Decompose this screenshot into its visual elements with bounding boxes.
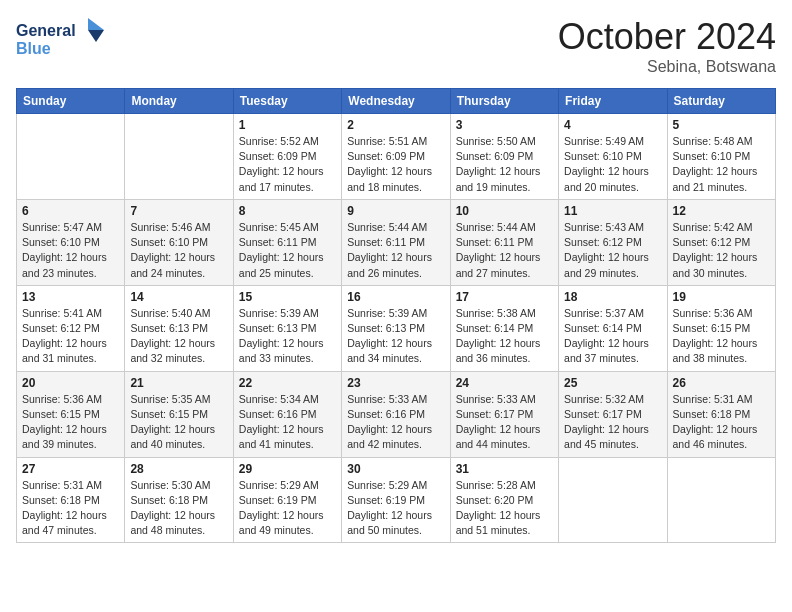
calendar-cell: 22Sunrise: 5:34 AM Sunset: 6:16 PM Dayli… [233,371,341,457]
location: Sebina, Botswana [558,58,776,76]
calendar-cell: 27Sunrise: 5:31 AM Sunset: 6:18 PM Dayli… [17,457,125,543]
day-number: 9 [347,204,444,218]
day-info: Sunrise: 5:28 AM Sunset: 6:20 PM Dayligh… [456,478,553,539]
calendar-cell: 25Sunrise: 5:32 AM Sunset: 6:17 PM Dayli… [559,371,667,457]
calendar-cell: 8Sunrise: 5:45 AM Sunset: 6:11 PM Daylig… [233,199,341,285]
weekday-header-saturday: Saturday [667,89,775,114]
day-info: Sunrise: 5:41 AM Sunset: 6:12 PM Dayligh… [22,306,119,367]
weekday-header-sunday: Sunday [17,89,125,114]
calendar-cell: 5Sunrise: 5:48 AM Sunset: 6:10 PM Daylig… [667,114,775,200]
day-number: 19 [673,290,770,304]
calendar-week-row: 6Sunrise: 5:47 AM Sunset: 6:10 PM Daylig… [17,199,776,285]
day-info: Sunrise: 5:52 AM Sunset: 6:09 PM Dayligh… [239,134,336,195]
day-number: 3 [456,118,553,132]
day-number: 28 [130,462,227,476]
calendar-cell: 20Sunrise: 5:36 AM Sunset: 6:15 PM Dayli… [17,371,125,457]
calendar-cell: 17Sunrise: 5:38 AM Sunset: 6:14 PM Dayli… [450,285,558,371]
calendar-cell: 26Sunrise: 5:31 AM Sunset: 6:18 PM Dayli… [667,371,775,457]
day-info: Sunrise: 5:37 AM Sunset: 6:14 PM Dayligh… [564,306,661,367]
calendar-cell: 23Sunrise: 5:33 AM Sunset: 6:16 PM Dayli… [342,371,450,457]
title-block: October 2024 Sebina, Botswana [558,16,776,76]
calendar-cell: 18Sunrise: 5:37 AM Sunset: 6:14 PM Dayli… [559,285,667,371]
calendar-cell: 10Sunrise: 5:44 AM Sunset: 6:11 PM Dayli… [450,199,558,285]
calendar-cell: 12Sunrise: 5:42 AM Sunset: 6:12 PM Dayli… [667,199,775,285]
day-info: Sunrise: 5:30 AM Sunset: 6:18 PM Dayligh… [130,478,227,539]
day-info: Sunrise: 5:46 AM Sunset: 6:10 PM Dayligh… [130,220,227,281]
day-info: Sunrise: 5:51 AM Sunset: 6:09 PM Dayligh… [347,134,444,195]
day-number: 1 [239,118,336,132]
svg-text:General: General [16,22,76,39]
calendar-cell: 24Sunrise: 5:33 AM Sunset: 6:17 PM Dayli… [450,371,558,457]
calendar-cell [559,457,667,543]
day-number: 6 [22,204,119,218]
svg-text:Blue: Blue [16,40,51,57]
calendar-cell: 9Sunrise: 5:44 AM Sunset: 6:11 PM Daylig… [342,199,450,285]
day-info: Sunrise: 5:50 AM Sunset: 6:09 PM Dayligh… [456,134,553,195]
calendar-cell: 28Sunrise: 5:30 AM Sunset: 6:18 PM Dayli… [125,457,233,543]
day-number: 20 [22,376,119,390]
day-info: Sunrise: 5:40 AM Sunset: 6:13 PM Dayligh… [130,306,227,367]
day-number: 31 [456,462,553,476]
day-number: 21 [130,376,227,390]
weekday-header-row: SundayMondayTuesdayWednesdayThursdayFrid… [17,89,776,114]
weekday-header-wednesday: Wednesday [342,89,450,114]
day-number: 14 [130,290,227,304]
day-number: 11 [564,204,661,218]
day-info: Sunrise: 5:29 AM Sunset: 6:19 PM Dayligh… [347,478,444,539]
day-info: Sunrise: 5:39 AM Sunset: 6:13 PM Dayligh… [239,306,336,367]
day-info: Sunrise: 5:35 AM Sunset: 6:15 PM Dayligh… [130,392,227,453]
day-number: 10 [456,204,553,218]
calendar-cell: 4Sunrise: 5:49 AM Sunset: 6:10 PM Daylig… [559,114,667,200]
weekday-header-tuesday: Tuesday [233,89,341,114]
day-info: Sunrise: 5:31 AM Sunset: 6:18 PM Dayligh… [22,478,119,539]
calendar-week-row: 20Sunrise: 5:36 AM Sunset: 6:15 PM Dayli… [17,371,776,457]
calendar-cell [125,114,233,200]
day-info: Sunrise: 5:48 AM Sunset: 6:10 PM Dayligh… [673,134,770,195]
day-info: Sunrise: 5:42 AM Sunset: 6:12 PM Dayligh… [673,220,770,281]
day-number: 26 [673,376,770,390]
day-info: Sunrise: 5:29 AM Sunset: 6:19 PM Dayligh… [239,478,336,539]
calendar-cell: 1Sunrise: 5:52 AM Sunset: 6:09 PM Daylig… [233,114,341,200]
calendar-cell: 13Sunrise: 5:41 AM Sunset: 6:12 PM Dayli… [17,285,125,371]
day-info: Sunrise: 5:38 AM Sunset: 6:14 PM Dayligh… [456,306,553,367]
calendar-cell: 7Sunrise: 5:46 AM Sunset: 6:10 PM Daylig… [125,199,233,285]
day-info: Sunrise: 5:33 AM Sunset: 6:16 PM Dayligh… [347,392,444,453]
day-number: 4 [564,118,661,132]
calendar-cell: 2Sunrise: 5:51 AM Sunset: 6:09 PM Daylig… [342,114,450,200]
day-info: Sunrise: 5:44 AM Sunset: 6:11 PM Dayligh… [347,220,444,281]
day-number: 23 [347,376,444,390]
day-number: 18 [564,290,661,304]
day-number: 8 [239,204,336,218]
day-number: 24 [456,376,553,390]
day-number: 27 [22,462,119,476]
calendar-cell: 14Sunrise: 5:40 AM Sunset: 6:13 PM Dayli… [125,285,233,371]
day-info: Sunrise: 5:49 AM Sunset: 6:10 PM Dayligh… [564,134,661,195]
svg-marker-2 [88,18,104,30]
day-info: Sunrise: 5:43 AM Sunset: 6:12 PM Dayligh… [564,220,661,281]
day-info: Sunrise: 5:36 AM Sunset: 6:15 PM Dayligh… [673,306,770,367]
svg-marker-3 [88,30,104,42]
logo-icon: General Blue [16,16,106,60]
calendar-cell [17,114,125,200]
day-info: Sunrise: 5:45 AM Sunset: 6:11 PM Dayligh… [239,220,336,281]
calendar-cell [667,457,775,543]
day-number: 25 [564,376,661,390]
calendar-cell: 11Sunrise: 5:43 AM Sunset: 6:12 PM Dayli… [559,199,667,285]
calendar-cell: 29Sunrise: 5:29 AM Sunset: 6:19 PM Dayli… [233,457,341,543]
day-info: Sunrise: 5:44 AM Sunset: 6:11 PM Dayligh… [456,220,553,281]
day-number: 15 [239,290,336,304]
weekday-header-thursday: Thursday [450,89,558,114]
page-header: General Blue October 2024 Sebina, Botswa… [16,16,776,76]
calendar-cell: 30Sunrise: 5:29 AM Sunset: 6:19 PM Dayli… [342,457,450,543]
day-number: 2 [347,118,444,132]
calendar-week-row: 13Sunrise: 5:41 AM Sunset: 6:12 PM Dayli… [17,285,776,371]
day-info: Sunrise: 5:32 AM Sunset: 6:17 PM Dayligh… [564,392,661,453]
weekday-header-monday: Monday [125,89,233,114]
day-info: Sunrise: 5:36 AM Sunset: 6:15 PM Dayligh… [22,392,119,453]
calendar-cell: 16Sunrise: 5:39 AM Sunset: 6:13 PM Dayli… [342,285,450,371]
day-number: 30 [347,462,444,476]
day-number: 7 [130,204,227,218]
day-info: Sunrise: 5:39 AM Sunset: 6:13 PM Dayligh… [347,306,444,367]
calendar-cell: 31Sunrise: 5:28 AM Sunset: 6:20 PM Dayli… [450,457,558,543]
calendar-cell: 3Sunrise: 5:50 AM Sunset: 6:09 PM Daylig… [450,114,558,200]
